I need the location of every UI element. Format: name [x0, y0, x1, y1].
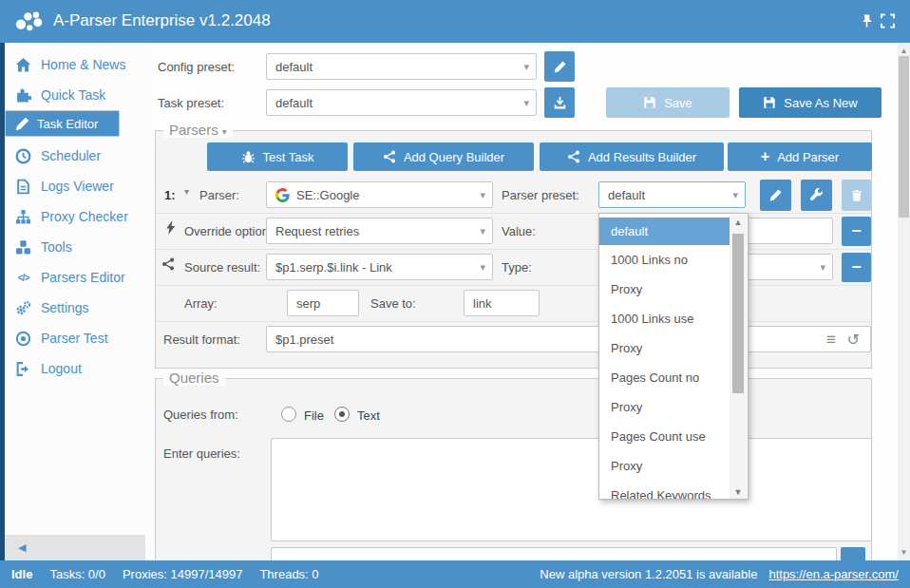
- plus-icon: +: [761, 148, 769, 165]
- reset-icon[interactable]: ↺: [847, 331, 860, 349]
- save-as-new-button[interactable]: Save As New: [739, 87, 882, 118]
- update-link[interactable]: https://en.a-parser.com/: [768, 567, 899, 581]
- main-scroll-thumb[interactable]: [899, 56, 909, 218]
- add-query-builder-button[interactable]: Add Query Builder: [353, 142, 534, 171]
- override-option-label: Override option:: [184, 224, 273, 238]
- edit-parser-preset-button[interactable]: [760, 180, 791, 211]
- radio-file[interactable]: [281, 407, 296, 422]
- sidebar-item-logs-viewer[interactable]: Logs Viewer: [5, 171, 145, 201]
- puzzle-icon: [15, 87, 31, 104]
- sidebar-collapse-strip[interactable]: ◀: [5, 535, 145, 560]
- fullscreen-icon[interactable]: [881, 13, 895, 32]
- add-results-builder-button[interactable]: Add Results Builder: [540, 142, 724, 171]
- scroll-down-icon[interactable]: ▼: [730, 487, 747, 497]
- bug-icon: [241, 150, 256, 164]
- minus-icon: −: [851, 221, 862, 241]
- radio-text[interactable]: [334, 407, 350, 422]
- dropdown-option[interactable]: Pages Count no Proxy: [599, 363, 730, 422]
- array-label: Array:: [184, 296, 218, 311]
- chevron-down-icon: ▾: [222, 126, 227, 137]
- sidebar-item-proxy-checker[interactable]: Proxy Checker: [5, 201, 145, 232]
- statusbar: Idle Tasks: 0/0 Proxies: 14997/14997 Thr…: [0, 560, 910, 588]
- parser-row-index: 1:: [164, 188, 176, 202]
- row-divider: [156, 213, 871, 214]
- chevron-down-icon: ▾: [480, 189, 485, 201]
- delete-parser-button[interactable]: [842, 180, 871, 211]
- status-threads: Threads: 0: [259, 567, 318, 581]
- config-preset-label: Config preset:: [158, 60, 235, 74]
- download-icon: [553, 96, 567, 110]
- target-icon: [15, 331, 31, 347]
- share-icon: [383, 150, 396, 163]
- titlebar: A-Parser Enterprise v1.2.2048: [0, 0, 910, 43]
- dropdown-option[interactable]: 1000 Links use Proxy: [599, 304, 730, 363]
- share-icon: [567, 150, 580, 163]
- wrench-icon: [809, 188, 824, 202]
- share-icon: [161, 257, 175, 271]
- parser-settings-button[interactable]: [801, 180, 832, 211]
- sidebar-item-settings[interactable]: Settings: [5, 293, 145, 323]
- sidebar-item-quick-task[interactable]: Quick Task: [5, 80, 145, 110]
- save-button[interactable]: Save: [606, 87, 730, 118]
- sidebar-item-tools[interactable]: Tools: [5, 232, 145, 262]
- clock-icon: [15, 148, 31, 164]
- value-label: Value:: [502, 224, 536, 238]
- template-list-icon[interactable]: ≡: [826, 331, 836, 350]
- app-title: A-Parser Enterprise v1.2.2048: [53, 11, 271, 30]
- parsers-legend[interactable]: Parsers ▾: [163, 122, 233, 138]
- status-tasks: Tasks: 0/0: [49, 567, 105, 581]
- minus-icon: −: [851, 257, 862, 277]
- parser-select[interactable]: SE::Google ▾: [266, 181, 493, 208]
- sidebar-item-logout[interactable]: Logout: [5, 353, 145, 384]
- parser-preset-dropdown: default 1000 Links no Proxy 1000 Links u…: [598, 213, 749, 500]
- collapse-arrow-icon: ◀: [18, 541, 26, 554]
- main-scrollbar[interactable]: ▲ ▼: [898, 43, 910, 560]
- dropdown-option[interactable]: 1000 Links no Proxy: [599, 245, 730, 304]
- remove-override-button[interactable]: −: [842, 217, 871, 246]
- cubes-icon: [15, 239, 31, 256]
- sidebar-item-home-news[interactable]: Home & News: [5, 49, 145, 80]
- parser-preset-label: Parser preset:: [502, 188, 579, 202]
- override-option-select[interactable]: Request retries ▾: [266, 218, 493, 244]
- dropdown-option-default[interactable]: default: [599, 218, 730, 245]
- result-format-input[interactable]: $p1.preset ≡ ↺: [266, 326, 871, 352]
- task-preset-select[interactable]: default ▾: [266, 89, 537, 116]
- parser-preset-select[interactable]: default ▾: [598, 181, 746, 208]
- pencil-icon: [14, 116, 30, 132]
- scroll-up-icon[interactable]: ▲: [898, 47, 910, 55]
- sidebar-item-parsers-editor[interactable]: </> Parsers Editor: [5, 262, 145, 293]
- config-preset-select[interactable]: default ▾: [266, 53, 537, 80]
- sidebar-item-task-editor[interactable]: Task Editor: [5, 110, 120, 137]
- collapse-parser-icon[interactable]: ▾: [184, 186, 189, 197]
- sidebar: Home & News Quick Task Task Editor Tasks…: [5, 43, 145, 535]
- task-preset-label: Task preset:: [158, 96, 224, 110]
- file-icon: [15, 179, 31, 195]
- pencil-icon: [553, 60, 567, 74]
- queries-from-label: Queries from:: [163, 408, 238, 422]
- chevron-down-icon: ▾: [732, 189, 738, 201]
- queries-legend: Queries: [163, 370, 225, 386]
- edit-config-preset-button[interactable]: [544, 51, 575, 82]
- sidebar-item-parser-test[interactable]: Parser Test: [5, 323, 145, 353]
- load-task-preset-button[interactable]: [544, 87, 575, 118]
- save-to-input[interactable]: link: [464, 290, 540, 316]
- window-left-edge: [0, 43, 5, 560]
- radio-file-label: File: [304, 408, 324, 423]
- add-parser-button[interactable]: + Add Parser: [728, 142, 872, 171]
- enter-queries-label: Enter queries:: [163, 446, 240, 461]
- pencil-icon: [768, 188, 783, 202]
- test-task-button[interactable]: Test Task: [207, 142, 348, 171]
- dropdown-option[interactable]: Pages Count use Proxy: [599, 422, 730, 481]
- remove-result-button[interactable]: −: [842, 253, 871, 282]
- pin-icon[interactable]: [860, 13, 874, 32]
- array-input[interactable]: serp: [287, 290, 359, 316]
- queries-textarea[interactable]: [271, 438, 872, 541]
- sidebar-item-scheduler[interactable]: Scheduler: [5, 141, 145, 171]
- scroll-up-icon[interactable]: ▲: [730, 218, 747, 227]
- source-result-select[interactable]: $p1.serp.$i.link - Link ▾: [266, 254, 493, 280]
- dropdown-scroll-thumb[interactable]: [732, 234, 744, 393]
- dropdown-option[interactable]: Related Keywords: [599, 481, 730, 500]
- scroll-down-icon[interactable]: ▼: [898, 548, 910, 557]
- dropdown-scrollbar[interactable]: ▲ ▼: [730, 215, 747, 500]
- row-divider: [156, 321, 871, 322]
